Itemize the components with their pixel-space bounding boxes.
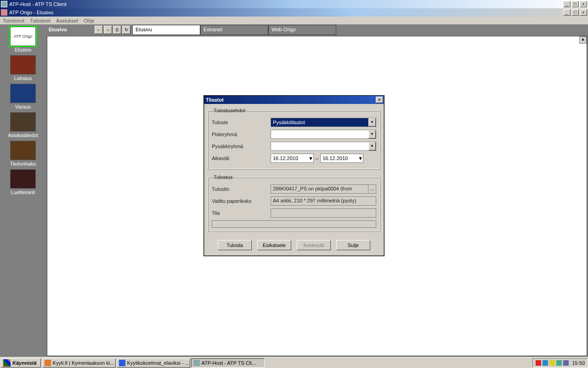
sidebar: ATP Origo Etusivu Lainaus Varaus Asiakas… [0, 25, 46, 357]
sidebar-item-label: Lainaus [2, 75, 44, 81]
date-from-input[interactable]: 16.12.2010 ▼ [271, 154, 314, 163]
content-area: ▲ ® Tilastot × Tulostusehdot Tuloste Pys… [47, 36, 587, 356]
nav-refresh-button[interactable]: ↻ [122, 26, 130, 34]
sidebar-item-varaus[interactable]: Varaus [2, 84, 44, 109]
tray-icon[interactable] [556, 360, 562, 366]
inner-minimize-button[interactable]: _ [563, 9, 571, 16]
scroll-up-button[interactable]: ▲ [579, 36, 587, 44]
sidebar-item-label: Etusivu [2, 47, 44, 52]
inner-window-titlebar: ATP Origo - Etusivu _ □ × [0, 8, 588, 17]
asiakastiedot-icon [10, 112, 36, 132]
tulosta-button[interactable]: Tulosta [218, 240, 252, 250]
tulostin-label: Tulostin [212, 186, 271, 192]
progress-bar [212, 220, 376, 228]
menu-bar: Toiminnot Tulosteet Asetukset Ohje [0, 17, 588, 25]
chevron-down-icon[interactable]: ▼ [368, 142, 376, 150]
tool-strip: Etusivu ← → ⎙ ↻ Etusivu Extranet Web-Ori… [46, 25, 588, 35]
nav-print-button[interactable]: ⎙ [113, 26, 121, 34]
sidebar-item-label: Luettelointi [2, 190, 44, 195]
tuloste-label: Tuloste [212, 120, 271, 125]
sidebar-item-tiedonhaku[interactable]: Tiedonhaku [2, 141, 44, 167]
dialog-title: Tilastot [206, 97, 224, 103]
tila-label: Tila [212, 210, 271, 216]
outer-window-title: ATP-Host - ATP TS Client [9, 1, 67, 7]
tuloste-combo[interactable]: Pysäkkitilastot ▼ [271, 118, 376, 127]
system-tray: 15:50 [532, 358, 588, 368]
taskbar: Käynnistä Kyyti.fi | Kymenlaakson ki... … [0, 357, 588, 368]
menu-ohje[interactable]: Ohje [84, 18, 94, 23]
tab-web-origo[interactable]: Web-Origo [268, 25, 336, 35]
chevron-down-icon[interactable]: ▼ [308, 155, 313, 161]
tray-icon[interactable] [563, 360, 569, 366]
app-icon [1, 1, 7, 7]
chevron-down-icon[interactable]: ▼ [368, 118, 376, 126]
close-button[interactable]: × [580, 1, 587, 7]
chevron-down-icon[interactable]: ▼ [358, 155, 363, 161]
date-to-input[interactable]: 16.12.2010 ▼ [320, 154, 363, 163]
group-legend: Tulostus [212, 174, 234, 180]
tila-value [271, 208, 376, 218]
inner-maximize-button[interactable]: □ [571, 9, 579, 16]
firefox-icon [45, 360, 51, 366]
windows-flag-icon [3, 359, 11, 367]
taskbar-task-word[interactable]: Kyytikokoelmat_elaviksi - ... [117, 358, 190, 368]
start-button[interactable]: Käynnistä [1, 358, 41, 368]
aikavali-label: Aikaväli [212, 155, 271, 161]
tray-icon[interactable] [536, 360, 541, 366]
taskbar-task-firefox[interactable]: Kyyti.fi | Kymenlaakson ki... [42, 358, 116, 368]
pysakkiryhma-label: Pysäkkiryhmä [212, 144, 271, 149]
group-legend: Tulostusehdot [212, 108, 247, 113]
taskbar-clock: 15:50 [572, 360, 585, 366]
sidebar-item-lainaus[interactable]: Lainaus [2, 55, 44, 81]
etusivu-icon: ATP Origo [10, 27, 36, 46]
outer-window-titlebar: ATP-Host - ATP TS Client _ □ × [0, 0, 588, 8]
tulostusehdot-group: Tulostusehdot Tuloste Pysäkkitilastot ▼ … [208, 108, 380, 170]
pysakkiryhma-combo[interactable]: ▼ [271, 142, 376, 151]
menu-asetukset[interactable]: Asetukset [56, 18, 78, 23]
strip-label: Etusivu [46, 25, 94, 35]
tray-icon[interactable] [549, 360, 555, 366]
inner-window-title: ATP Origo - Etusivu [9, 10, 53, 15]
maximize-button[interactable]: □ [571, 1, 579, 7]
pisteryhma-combo[interactable]: ▼ [271, 130, 376, 139]
sidebar-item-asiakastiedot[interactable]: Asiakastiedot [2, 112, 44, 138]
varaus-icon [10, 84, 36, 103]
dialog-close-button[interactable]: × [376, 97, 383, 103]
paperikoko-value: A4 arkki, 210 * 297 millimetriä (pysty) [271, 196, 376, 206]
menu-tulosteet[interactable]: Tulosteet [30, 18, 51, 23]
sidebar-item-etusivu[interactable]: ATP Origo Etusivu [2, 27, 44, 52]
dialog-titlebar: Tilastot × [204, 96, 384, 104]
date-separator: – [316, 155, 318, 161]
nav-back-button[interactable]: ← [95, 26, 103, 34]
chevron-down-icon[interactable]: ▼ [368, 130, 376, 138]
lainaus-icon [10, 55, 36, 75]
sulje-button[interactable]: Sulje [336, 240, 370, 250]
menu-toiminnot[interactable]: Toiminnot [3, 18, 24, 23]
tilastot-dialog: Tilastot × Tulostusehdot Tuloste Pysäkki… [204, 95, 384, 256]
inner-close-button[interactable]: × [580, 9, 587, 16]
tab-etusivu[interactable]: Etusivu [132, 25, 200, 35]
taskbar-task-atphost[interactable]: ATP-Host - ATP TS Cli... [191, 358, 265, 368]
inner-app-icon [1, 9, 7, 16]
nav-forward-button[interactable]: → [104, 26, 112, 34]
sidebar-item-luettelointi[interactable]: Luettelointi [2, 169, 44, 195]
tulostin-browse-button[interactable]: ... [368, 184, 376, 194]
sidebar-item-label: Asiakastiedot [2, 132, 44, 138]
sidebar-item-label: Tiedonhaku [2, 161, 44, 167]
esikatsele-button[interactable]: Esikatsele [257, 240, 291, 250]
word-icon [119, 360, 125, 366]
sidebar-item-label: Varaus [2, 104, 44, 109]
tab-extranet[interactable]: Extranet [200, 25, 268, 35]
tulostus-group: Tulostus Tulostin 286KI0417_PS on pktpa0… [208, 174, 380, 232]
pisteryhma-label: Pisteryhmä [212, 132, 271, 137]
tulostin-value: 286KI0417_PS on pktpa0004 (from [271, 184, 368, 194]
keskeyta-button: Keskeytä [297, 240, 331, 250]
paperikoko-label: Valittu paperikoko [212, 198, 271, 204]
tiedonhaku-icon [10, 141, 36, 160]
minimize-button[interactable]: _ [563, 1, 571, 7]
atp-icon [193, 360, 200, 366]
luettelointi-icon [10, 169, 36, 189]
tray-icon[interactable] [543, 360, 548, 366]
